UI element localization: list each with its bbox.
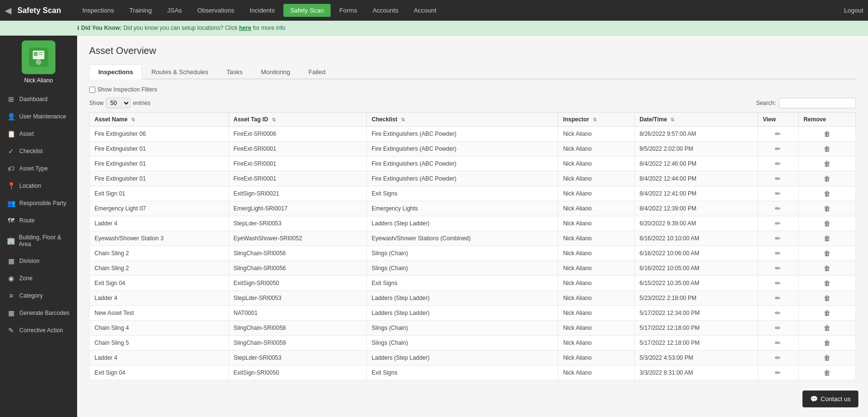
delete-button[interactable]: 🗑 — [822, 159, 832, 169]
tab-failed[interactable]: Failed — [299, 64, 334, 79]
sidebar-label-responsible-party: Responsible Party — [19, 200, 66, 207]
cell-remove: 🗑 — [799, 365, 856, 380]
delete-button[interactable]: 🗑 — [822, 189, 832, 198]
show-entries-select[interactable]: 50 10 25 100 — [106, 98, 131, 108]
delete-button[interactable]: 🗑 — [822, 278, 832, 288]
view-button[interactable]: ✏ — [773, 278, 783, 288]
table-row: Chain Sling 5 SlingChain-SRI0059 Slings … — [90, 336, 856, 351]
delete-button[interactable]: 🗑 — [822, 144, 832, 154]
delete-button[interactable]: 🗑 — [822, 353, 832, 363]
view-button[interactable]: ✏ — [773, 293, 783, 303]
table-row: Fire Extinguisher 01 FireExt-SRI0001 Fir… — [90, 156, 856, 171]
cell-view: ✏ — [758, 142, 798, 156]
sidebar-item-location[interactable]: 📍 Location — [0, 177, 77, 195]
nav-observations[interactable]: Observations — [190, 4, 241, 17]
nav-jsas[interactable]: JSAs — [160, 4, 188, 17]
nav-safety-scan[interactable]: Safety Scan — [283, 4, 331, 17]
nav-forms[interactable]: Forms — [333, 4, 364, 17]
nav-account[interactable]: Account — [407, 4, 443, 17]
delete-button[interactable]: 🗑 — [822, 263, 832, 273]
cell-datetime: 5/17/2022 12:18:00 PM — [634, 336, 758, 351]
division-icon: ▦ — [7, 257, 15, 265]
cell-checklist: Fire Extinguishers (ABC Powder) — [367, 142, 558, 156]
sidebar-item-building-floor-area[interactable]: 🏢 Building, Floor & Area — [0, 229, 77, 252]
view-button[interactable]: ✏ — [773, 263, 783, 273]
sidebar-item-user-maintenance[interactable]: 👤 User Maintenance — [0, 108, 77, 125]
cell-tag-id: SlingChain-SRI0058 — [228, 321, 367, 336]
nav-training[interactable]: Training — [122, 4, 158, 17]
col-inspector[interactable]: Inspector ⇅ — [558, 113, 635, 127]
cell-tag-id: SlingChain-SRI0056 — [228, 246, 367, 261]
back-button[interactable]: ◀ — [5, 5, 12, 16]
show-inspection-filters-label[interactable]: Show Inspection Filters — [89, 86, 157, 93]
col-asset-name[interactable]: Asset Name ⇅ — [90, 113, 229, 127]
view-button[interactable]: ✏ — [773, 248, 783, 258]
delete-button[interactable]: 🗑 — [822, 174, 832, 183]
delete-button[interactable]: 🗑 — [822, 248, 832, 258]
cell-checklist: Exit Signs — [367, 365, 558, 380]
view-button[interactable]: ✏ — [773, 129, 783, 139]
tab-inspections[interactable]: Inspections — [89, 64, 142, 79]
delete-button[interactable]: 🗑 — [822, 204, 832, 213]
cell-inspector: Nick Aliano — [558, 276, 635, 291]
cell-inspector: Nick Aliano — [558, 321, 635, 336]
col-checklist[interactable]: Checklist ⇅ — [367, 113, 558, 127]
cell-datetime: 8/4/2022 12:41:00 PM — [634, 186, 758, 201]
tab-monitoring[interactable]: Monitoring — [252, 64, 299, 79]
delete-button[interactable]: 🗑 — [822, 308, 832, 318]
banner-link[interactable]: here — [239, 25, 251, 31]
zone-icon: ◉ — [7, 274, 15, 282]
sidebar-item-generate-barcodes[interactable]: ▦ Generate Barcodes — [0, 304, 77, 322]
view-button[interactable]: ✏ — [773, 174, 783, 183]
delete-button[interactable]: 🗑 — [822, 234, 832, 243]
sidebar-item-division[interactable]: ▦ Division — [0, 252, 77, 270]
view-button[interactable]: ✏ — [773, 159, 783, 169]
tab-tasks[interactable]: Tasks — [217, 64, 252, 79]
show-inspection-filters-checkbox[interactable] — [89, 87, 95, 93]
view-button[interactable]: ✏ — [773, 338, 783, 348]
cell-view: ✏ — [758, 351, 798, 365]
view-button[interactable]: ✏ — [773, 204, 783, 213]
sidebar-item-responsible-party[interactable]: 👥 Responsible Party — [0, 195, 77, 212]
view-button[interactable]: ✏ — [773, 308, 783, 318]
col-datetime[interactable]: Date/Time ⇅ — [634, 113, 758, 127]
delete-button[interactable]: 🗑 — [822, 293, 832, 303]
view-button[interactable]: ✏ — [773, 144, 783, 154]
sidebar-item-checklist[interactable]: ✓ Checklist — [0, 143, 77, 160]
delete-button[interactable]: 🗑 — [822, 338, 832, 348]
delete-button[interactable]: 🗑 — [822, 219, 832, 228]
sidebar-item-zone[interactable]: ◉ Zone — [0, 270, 77, 287]
nav-inspections[interactable]: Inspections — [76, 4, 121, 17]
cell-view: ✏ — [758, 276, 798, 291]
table-row: Exit Sign 04 ExitSign-SRI0050 Exit Signs… — [90, 276, 856, 291]
sidebar-item-corrective-action[interactable]: ✎ Corrective Action — [0, 322, 77, 339]
view-button[interactable]: ✏ — [773, 189, 783, 198]
sidebar-item-route[interactable]: 🗺 Route — [0, 212, 77, 229]
delete-button[interactable]: 🗑 — [822, 323, 832, 333]
table-row: Fire Extinguisher 01 FireExt-SRI0001 Fir… — [90, 142, 856, 156]
sidebar-item-category[interactable]: ≡ Category — [0, 287, 77, 304]
sidebar-item-asset[interactable]: 📋 Asset — [0, 125, 77, 143]
sidebar-label-dashboard: Dashboard — [19, 96, 48, 103]
sidebar-item-dashboard[interactable]: ⊞ Dashboard — [0, 91, 77, 108]
contact-us-button[interactable]: 💬 Contact us — [802, 391, 858, 407]
delete-button[interactable]: 🗑 — [822, 368, 832, 378]
sidebar-item-asset-type[interactable]: 🏷 Asset Type — [0, 160, 77, 177]
cell-asset-name: Chain Sling 5 — [90, 336, 229, 351]
cell-datetime: 5/17/2022 12:34:00 PM — [634, 306, 758, 321]
logout-button[interactable]: Logout — [844, 7, 863, 14]
cell-inspector: Nick Aliano — [558, 231, 635, 246]
tab-routes-schedules[interactable]: Routes & Schedules — [142, 64, 217, 79]
cell-asset-name: Emergency Light 07 — [90, 201, 229, 216]
cell-remove: 🗑 — [799, 156, 856, 171]
nav-incidents[interactable]: Incidents — [243, 4, 281, 17]
delete-button[interactable]: 🗑 — [822, 129, 832, 139]
view-button[interactable]: ✏ — [773, 353, 783, 363]
nav-accounts[interactable]: Accounts — [366, 4, 405, 17]
view-button[interactable]: ✏ — [773, 219, 783, 228]
view-button[interactable]: ✏ — [773, 323, 783, 333]
view-button[interactable]: ✏ — [773, 234, 783, 243]
view-button[interactable]: ✏ — [773, 368, 783, 378]
col-asset-tag-id[interactable]: Asset Tag ID ⇅ — [228, 113, 367, 127]
search-input[interactable] — [779, 98, 856, 108]
